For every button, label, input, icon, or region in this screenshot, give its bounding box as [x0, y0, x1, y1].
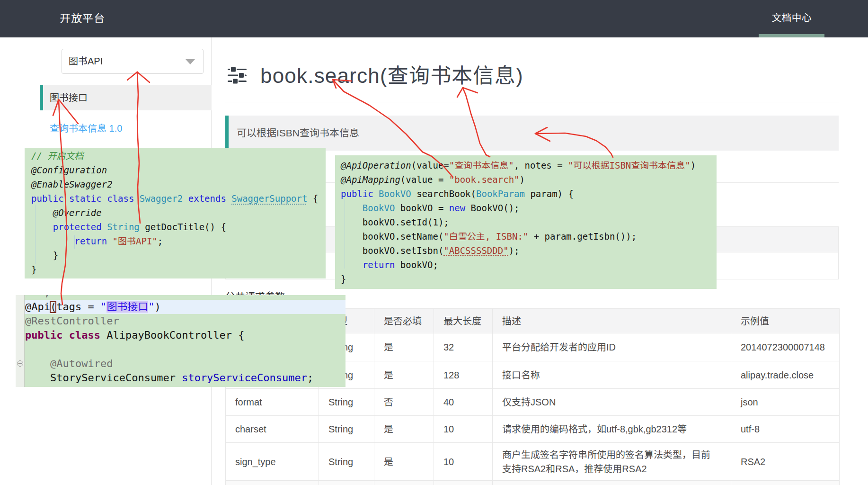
brand-title[interactable]: 开放平台	[60, 0, 105, 37]
table-cell	[319, 481, 374, 485]
table-cell: 接口名称	[493, 361, 731, 389]
indent-guide	[345, 199, 345, 269]
table-cell: 40	[434, 389, 493, 416]
collapse-icon: –	[17, 360, 23, 367]
code-line: @ApiMapping(value = "book.search")	[335, 172, 717, 187]
table-row: charsetString是10请求使用的编码格式，如utf-8,gbk,gb2…	[226, 416, 840, 443]
api-group-dropdown[interactable]: 图书API	[62, 49, 204, 74]
indent-guide	[74, 235, 75, 249]
title-divider	[225, 102, 839, 102]
column-header: 示例值	[731, 309, 840, 333]
table-cell	[434, 481, 493, 485]
api-sliders-icon	[228, 66, 247, 84]
table-cell: RSA2	[731, 443, 840, 481]
sidebar-item-book-api-group[interactable]: 图书接口	[40, 85, 212, 110]
table-cell: 32	[434, 333, 493, 361]
red-arrow-stroke	[457, 88, 463, 97]
table-cell: 是	[374, 416, 434, 443]
code-line: public static class Swagger2 extends Swa…	[25, 191, 326, 206]
code-line: return "图书API";	[25, 234, 326, 248]
code-line: BookVO bookVO = new BookVO();	[335, 201, 717, 215]
table-cell	[731, 481, 840, 485]
code-line: }	[335, 272, 717, 286]
active-item-accent	[40, 85, 43, 110]
code-line: @EnableSwagger2	[25, 177, 326, 191]
code-line: return bookVO;	[335, 258, 717, 272]
table-cell: sign_type	[226, 443, 319, 481]
code-line: StoryServiceConsumer storyServiceConsume…	[25, 371, 345, 385]
code-line: @Override	[25, 206, 326, 220]
code-line: @ApiOperation(value="查询书本信息", notes = "可…	[335, 158, 717, 172]
code-line: @Autowired	[25, 357, 345, 371]
sidebar-doc-link[interactable]: 查询书本信息 1.0	[50, 121, 122, 135]
code-line: public BookVO searchBook(BookParam param…	[335, 187, 717, 201]
controller-code-snippet: – ,@Api(tags = "图书接口")@RestControllerpub…	[16, 295, 345, 387]
description-accent	[225, 116, 229, 151]
code-line: ,	[25, 295, 345, 300]
table-cell: 2014072300007148	[731, 333, 840, 361]
table-cell: 仅支持JSON	[493, 389, 731, 416]
column-header: 最大长度	[434, 309, 493, 333]
top-navbar: 开放平台 文档中心	[0, 0, 868, 37]
page: 开放平台 文档中心 图书API 图书接口 查询书本信息 1.0 book.sea…	[0, 0, 868, 485]
table-cell: 请求使用的编码格式，如utf-8,gbk,gb2312等	[493, 416, 731, 443]
table-cell: alipay.trade.close	[731, 361, 840, 389]
table-cell: String	[319, 416, 374, 443]
code-line: bookVO.setId(1);	[335, 215, 717, 229]
table-cell: 10	[434, 416, 493, 443]
table-cell: json	[731, 389, 840, 416]
api-description-bar: 可以根据ISBN查询书本信息	[225, 116, 839, 151]
search-book-code-snippet: @ApiOperation(value="查询书本信息", notes = "可…	[335, 155, 717, 289]
table-cell: 10	[434, 443, 493, 481]
table-cell: String	[319, 389, 374, 416]
sidebar-item-label: 图书接口	[50, 85, 88, 110]
swagger-config-code-snippet: // 开启文档@Configuration@EnableSwagger2publ…	[25, 148, 326, 278]
code-line: @Api(tags = "图书接口")	[25, 300, 345, 314]
indent-guide	[35, 205, 35, 264]
table-cell: 是	[374, 361, 434, 389]
nav-tab-doc-center[interactable]: 文档中心	[759, 0, 824, 37]
table-cell: 平台分配给开发者的应用ID	[493, 333, 731, 361]
table-cell: 是	[374, 443, 434, 481]
table-cell: String	[319, 443, 374, 481]
api-group-dropdown-value: 图书API	[69, 49, 103, 73]
page-title: book.search(查询书本信息)	[260, 59, 523, 89]
code-line: bookVO.setName("白雪公主, ISBN:" + param.get…	[335, 229, 717, 243]
table-cell	[226, 481, 319, 485]
code-line	[25, 342, 345, 357]
table-row: sign_typeString是10商户生成签名字符串所使用的签名算法类型，目前…	[226, 443, 840, 481]
table-cell	[374, 481, 434, 485]
column-header: 描述	[493, 309, 731, 333]
table-cell: charset	[226, 416, 319, 443]
code-line: }	[25, 248, 326, 262]
code-line: bookVO.setIsbn("ABCSSSSDDD");	[335, 243, 717, 258]
table-cell: 商户生成签名字符串所使用的签名算法类型，目前支持RSA2和RSA，推荐使用RSA…	[493, 443, 731, 481]
table-cell: 128	[434, 361, 493, 389]
code-line: protected String getDocTitle() {	[25, 220, 326, 234]
table-cell	[493, 481, 731, 485]
table-cell: utf-8	[731, 416, 840, 443]
api-description-text: 可以根据ISBN查询书本信息	[237, 116, 359, 151]
code-line: // 开启文档	[25, 149, 326, 163]
code-line: @RestController	[25, 314, 345, 328]
table-row-clipped	[226, 481, 840, 485]
table-row: formatString否40仅支持JSONjson	[226, 389, 840, 416]
table-cell: 是	[374, 333, 434, 361]
chevron-down-icon	[186, 59, 195, 64]
active-tab-indicator	[759, 34, 824, 37]
table-cell: format	[226, 389, 319, 416]
code-line: }	[25, 262, 326, 277]
code-line: @Configuration	[25, 163, 326, 177]
column-header: 是否必填	[374, 309, 434, 333]
table-cell: 否	[374, 389, 434, 416]
editor-gutter	[16, 295, 25, 387]
code-line: public class AlipayBookController {	[25, 328, 345, 342]
